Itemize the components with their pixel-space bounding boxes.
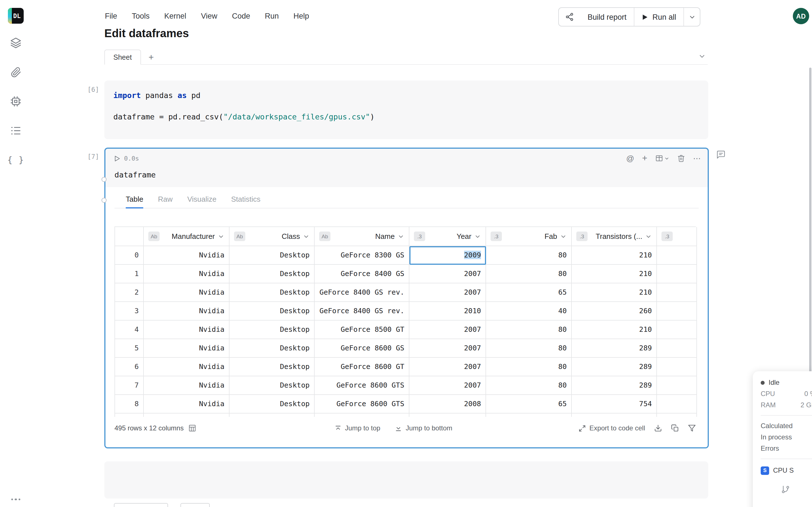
run-cell-button[interactable] bbox=[113, 155, 121, 162]
menu-item-help[interactable]: Help bbox=[294, 12, 309, 20]
cell-more-button[interactable]: ⋯ bbox=[693, 154, 701, 162]
dataframe-cell[interactable]: 210 bbox=[572, 321, 657, 339]
dataframe-cell[interactable]: Desktop bbox=[230, 395, 315, 413]
dataframe-cell[interactable]: GeForce 8600 GTS bbox=[315, 376, 409, 395]
dataframe-cell[interactable]: 289 bbox=[572, 376, 657, 395]
dataframe-cell[interactable] bbox=[657, 246, 697, 265]
menu-item-view[interactable]: View bbox=[201, 12, 217, 20]
add-cell-button[interactable]: + bbox=[642, 154, 647, 163]
dataframe-cell[interactable]: 80 bbox=[486, 246, 572, 265]
dataframe-cell[interactable]: 65 bbox=[486, 283, 572, 302]
row-index[interactable]: 3 bbox=[115, 302, 144, 321]
build-report-button[interactable]: Build report bbox=[580, 8, 634, 26]
sidebar-button-layers[interactable] bbox=[9, 36, 22, 50]
dataframe-cell[interactable]: 65 bbox=[486, 395, 572, 413]
menu-item-kernel[interactable]: Kernel bbox=[164, 12, 186, 20]
dataframe-cell[interactable]: Desktop bbox=[230, 339, 315, 358]
dataframe-cell[interactable]: GeForce 8500 GT bbox=[315, 321, 409, 339]
dataframe-cell[interactable]: GeForce 8600 GS bbox=[315, 339, 409, 358]
column-header-class[interactable]: AbClass bbox=[230, 227, 315, 246]
comment-button[interactable] bbox=[716, 150, 726, 159]
dataframe-cell[interactable]: Nvidia bbox=[144, 265, 230, 283]
dataframe-cell[interactable]: Desktop bbox=[230, 321, 315, 339]
dataframe-cell[interactable]: 210 bbox=[572, 283, 657, 302]
tab-statistics[interactable]: Statistics bbox=[231, 190, 260, 208]
machine-type[interactable]: S CPU S bbox=[761, 464, 812, 477]
dataframe-cell[interactable]: Desktop bbox=[230, 376, 315, 395]
dataframe-cell[interactable] bbox=[657, 395, 697, 413]
menu-item-file[interactable]: File bbox=[105, 12, 117, 20]
dataframe-cell[interactable] bbox=[657, 376, 697, 395]
row-index[interactable]: 0 bbox=[115, 246, 144, 265]
column-header-year[interactable]: .3Year bbox=[409, 227, 486, 246]
dataframe-cell[interactable] bbox=[657, 339, 697, 358]
dataframe-cell[interactable]: Nvidia bbox=[144, 376, 230, 395]
dataframe-cell[interactable]: 2007 bbox=[409, 265, 486, 283]
column-header-extra[interactable]: .3 bbox=[657, 227, 697, 246]
dataframe-cell[interactable]: GeForce 8300 GS bbox=[315, 246, 409, 265]
cell-collapse-handle[interactable] bbox=[101, 198, 107, 203]
dataframe-cell[interactable]: Nvidia bbox=[144, 339, 230, 358]
dataframe-cell[interactable] bbox=[657, 302, 697, 321]
code-line[interactable]: dataframe = pd.read_csv("/data/workspace… bbox=[113, 111, 708, 122]
share-button[interactable] bbox=[559, 8, 580, 26]
row-index[interactable]: 8 bbox=[115, 395, 144, 413]
dataframe-cell[interactable]: 80 bbox=[486, 265, 572, 283]
column-header-fab[interactable]: .3Fab bbox=[486, 227, 572, 246]
dataframe-cell[interactable]: 2007 bbox=[409, 358, 486, 376]
dataframe-cell[interactable]: 754 bbox=[572, 395, 657, 413]
dataframe-cell[interactable]: Nvidia bbox=[144, 321, 230, 339]
dataframe-cell[interactable]: 2010 bbox=[409, 302, 486, 321]
next-cell-placeholder[interactable] bbox=[104, 461, 708, 499]
dataframe-cell[interactable]: GeForce 8600 GT bbox=[315, 358, 409, 376]
dataframe-cell[interactable]: 210 bbox=[572, 265, 657, 283]
row-index[interactable]: 4 bbox=[115, 321, 144, 339]
menu-item-code[interactable]: Code bbox=[232, 12, 250, 20]
download-button[interactable] bbox=[654, 424, 662, 432]
dataframe-cell[interactable]: GeForce 8600 GTS bbox=[315, 395, 409, 413]
jump-to-bottom-button[interactable]: Jump to bottom bbox=[395, 424, 452, 432]
sidebar-button-attachments[interactable] bbox=[9, 65, 22, 79]
mention-button[interactable]: @ bbox=[626, 154, 634, 162]
dataframe-cell[interactable] bbox=[657, 283, 697, 302]
menu-item-run[interactable]: Run bbox=[265, 12, 279, 20]
app-logo[interactable]: DL bbox=[8, 8, 24, 24]
dataframe-cell[interactable]: 40 bbox=[486, 302, 572, 321]
add-sheet-button[interactable]: + bbox=[145, 51, 157, 64]
dataframe-cell[interactable]: 2008 bbox=[409, 395, 486, 413]
dataframe-cell[interactable] bbox=[657, 358, 697, 376]
cell-type-button[interactable] bbox=[655, 154, 669, 162]
sidebar-button-variables[interactable]: { } bbox=[9, 153, 22, 167]
dataframe-cell[interactable]: 80 bbox=[486, 339, 572, 358]
dataframe-cell[interactable]: 2007 bbox=[409, 339, 486, 358]
avatar[interactable]: AD bbox=[793, 8, 809, 24]
run-all-button[interactable]: Run all bbox=[635, 8, 683, 26]
dataframe-cell[interactable]: Desktop bbox=[230, 246, 315, 265]
row-index[interactable]: 5 bbox=[115, 339, 144, 358]
sidebar-button-outline[interactable] bbox=[9, 124, 22, 137]
delete-cell-button[interactable] bbox=[677, 154, 685, 162]
dataframe-cell[interactable]: 2007 bbox=[409, 283, 486, 302]
branch-icon[interactable] bbox=[781, 485, 812, 494]
tab-visualize[interactable]: Visualize bbox=[187, 190, 216, 208]
dataframe-cell[interactable]: GeForce 8400 GS bbox=[315, 265, 409, 283]
column-header-name[interactable]: AbName bbox=[315, 227, 409, 246]
dataframe-cell[interactable]: Nvidia bbox=[144, 283, 230, 302]
row-index[interactable]: 6 bbox=[115, 358, 144, 376]
dataframe-cell[interactable]: 80 bbox=[486, 376, 572, 395]
selected-cell-editor[interactable]: 2009 bbox=[409, 246, 486, 265]
dataframe-cell[interactable]: Nvidia bbox=[144, 302, 230, 321]
menu-item-tools[interactable]: Tools bbox=[132, 12, 150, 20]
dataframe-cell[interactable] bbox=[657, 265, 697, 283]
dataframe-cell[interactable]: 289 bbox=[572, 358, 657, 376]
dataframe-cell[interactable]: 210 bbox=[572, 246, 657, 265]
dataframe-cell[interactable]: 80 bbox=[486, 358, 572, 376]
dataframe-cell[interactable]: Desktop bbox=[230, 358, 315, 376]
dataframe-cell[interactable]: GeForce 8400 GS rev. bbox=[315, 302, 409, 321]
sidebar-button-environment[interactable] bbox=[9, 95, 22, 108]
export-to-code-cell-button[interactable]: Export to code cell bbox=[579, 424, 645, 432]
dataframe-cell[interactable]: Nvidia bbox=[144, 358, 230, 376]
dataframe-cell[interactable]: GeForce 8400 GS rev. bbox=[315, 283, 409, 302]
code-line[interactable]: dataframe bbox=[114, 169, 708, 180]
tab-raw[interactable]: Raw bbox=[158, 190, 172, 208]
